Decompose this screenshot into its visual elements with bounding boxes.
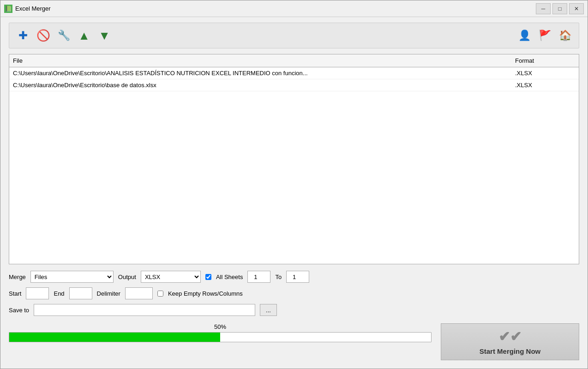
add-icon: ✚ (18, 29, 28, 42)
close-button[interactable]: ✕ (569, 3, 584, 14)
merge-label: Merge (9, 274, 26, 280)
clean-icon: 🔧 (58, 30, 70, 42)
format-column-header: Format (515, 57, 575, 64)
progress-bar-background (9, 332, 432, 342)
home-button[interactable]: 🏠 (557, 27, 573, 44)
keep-empty-checkbox[interactable] (157, 291, 163, 297)
merge-select[interactable]: Files Sheets (30, 271, 114, 283)
flag-button[interactable]: 🚩 (536, 27, 553, 44)
table-header: File Format (9, 54, 579, 67)
user-icon: 👤 (518, 30, 531, 42)
file-format-1: .XLSX (515, 70, 575, 77)
add-button[interactable]: ✚ (15, 27, 31, 44)
progress-label: 50% (9, 323, 432, 330)
toolbar-right: 👤 🚩 🏠 (516, 27, 573, 44)
maximize-button[interactable]: □ (552, 3, 567, 14)
file-column-header: File (13, 57, 515, 64)
sheets-to-input[interactable] (286, 271, 309, 283)
home-icon: 🏠 (559, 30, 571, 42)
start-merging-button[interactable]: ✔✔ Start Merging Now (441, 323, 579, 360)
controls-row-3: Save to ... (9, 304, 579, 316)
file-path-2: C:\Users\laura\OneDrive\Escritorio\base … (13, 82, 515, 89)
output-label: Output (118, 274, 136, 280)
output-select[interactable]: XLSX CSV XLS (141, 271, 201, 283)
window-controls: ─ □ ✕ (536, 3, 584, 14)
controls-row-2: Start End Delimiter Keep Empty Rows/Colu… (9, 287, 579, 299)
file-format-2: .XLSX (515, 82, 575, 89)
down-arrow-icon: ▼ (98, 29, 110, 43)
user-button[interactable]: 👤 (516, 27, 533, 44)
bottom-area: 50% ✔✔ Start Merging Now (0, 321, 588, 369)
all-sheets-checkbox[interactable] (205, 274, 211, 280)
app-title: Excel Merger (15, 5, 536, 12)
up-arrow-icon: ▲ (78, 29, 90, 43)
minimize-button[interactable]: ─ (536, 3, 551, 14)
controls-row-1: Merge Files Sheets Output XLSX CSV XLS A… (9, 271, 579, 283)
delimiter-label: Delimiter (97, 290, 120, 297)
progress-area: 50% (9, 323, 432, 342)
clean-button[interactable]: 🔧 (55, 27, 72, 44)
move-up-button[interactable]: ▲ (76, 27, 92, 44)
delimiter-input[interactable] (125, 287, 153, 299)
toolbar-left: ✚ 🚫 🔧 ▲ ▼ (15, 27, 516, 44)
app-icon: 📗 (4, 5, 12, 13)
merge-button-label: Start Merging Now (480, 347, 541, 355)
file-table: File Format C:\Users\laura\OneDrive\Escr… (9, 54, 579, 264)
remove-button[interactable]: 🚫 (35, 27, 52, 44)
end-label: End (54, 290, 64, 297)
progress-bar-fill (9, 333, 220, 342)
table-row[interactable]: C:\Users\laura\OneDrive\Escritorio\base … (9, 79, 579, 91)
all-sheets-label: All Sheets (216, 274, 243, 280)
controls-area: Merge Files Sheets Output XLSX CSV XLS A… (0, 266, 588, 321)
save-to-label: Save to (9, 307, 29, 314)
sheets-to-label: To (275, 274, 282, 280)
table-row[interactable]: C:\Users\laura\OneDrive\Escritorio\ANALI… (9, 67, 579, 79)
sheets-from-input[interactable] (247, 271, 270, 283)
start-input[interactable] (26, 287, 49, 299)
remove-icon: 🚫 (36, 29, 50, 42)
file-path-1: C:\Users\laura\OneDrive\Escritorio\ANALI… (13, 70, 515, 77)
flag-icon: 🚩 (539, 30, 551, 42)
title-bar: 📗 Excel Merger ─ □ ✕ (0, 0, 588, 17)
toolbar: ✚ 🚫 🔧 ▲ ▼ 👤 🚩 🏠 (9, 23, 579, 48)
move-down-button[interactable]: ▼ (96, 27, 113, 44)
start-label: Start (9, 290, 21, 297)
browse-button[interactable]: ... (260, 304, 277, 316)
merge-icon: ✔✔ (498, 328, 522, 345)
main-window: 📗 Excel Merger ─ □ ✕ ✚ 🚫 🔧 ▲ ▼ (0, 0, 588, 369)
save-to-input[interactable] (34, 304, 255, 316)
end-input[interactable] (69, 287, 92, 299)
keep-empty-label: Keep Empty Rows/Columns (168, 290, 243, 297)
